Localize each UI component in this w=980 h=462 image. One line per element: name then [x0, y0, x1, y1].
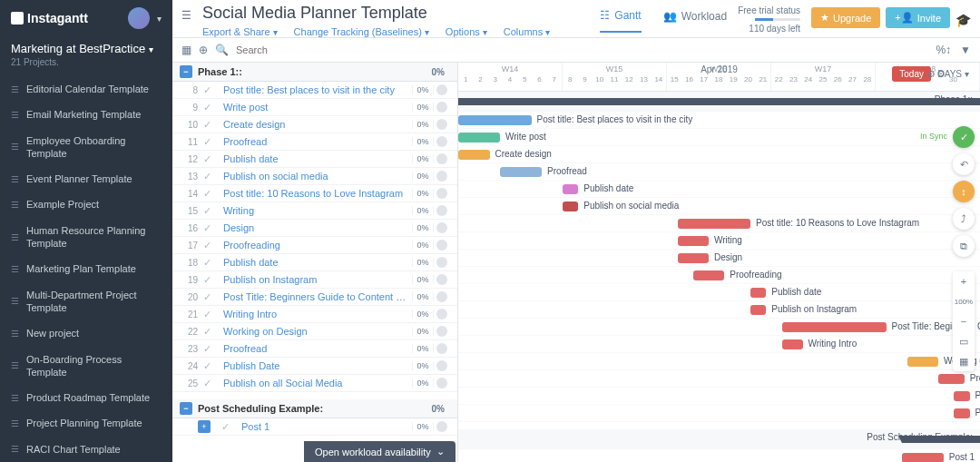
check-icon[interactable]: ✓	[203, 274, 218, 286]
task-row[interactable]: 17✓Proofreading0%	[172, 237, 457, 254]
upgrade-button[interactable]: ★ Upgrade	[811, 7, 880, 28]
gantt-bar[interactable]: Writing Intro	[782, 339, 803, 349]
assignee-icon[interactable]	[434, 84, 450, 96]
gantt-bar[interactable]: Working on Design	[907, 357, 939, 367]
assignee-icon[interactable]	[434, 239, 450, 251]
workload-toggle[interactable]: Open workload availability ⌄	[304, 441, 456, 462]
check-icon[interactable]: ✓	[203, 205, 218, 217]
menubar-item[interactable]: Change Tracking (Baselines) ▾	[294, 26, 429, 37]
task-name[interactable]: Proofreading	[223, 240, 412, 251]
gantt-bar[interactable]: Writing	[678, 236, 710, 246]
sidebar-item-project[interactable]: ☰Example Project	[0, 192, 172, 217]
task-name[interactable]: Writing	[223, 205, 412, 216]
gantt-bar[interactable]: Create design	[458, 150, 490, 160]
sidebar-item-project[interactable]: ☰Email Marketing Template	[0, 102, 172, 127]
collapse-icon[interactable]: −	[180, 65, 192, 78]
add-icon[interactable]: ▦	[181, 44, 191, 56]
assignee-icon[interactable]	[434, 221, 450, 234]
assignee-icon[interactable]	[434, 308, 450, 320]
task-name[interactable]: Post title: 10 Reasons to Love Instagram	[223, 188, 412, 199]
check-icon[interactable]: ✓	[203, 222, 218, 234]
assignee-icon[interactable]	[434, 187, 450, 200]
assignee-icon[interactable]	[434, 377, 450, 389]
task-row[interactable]: 19✓Publish on Instagram0%	[172, 271, 457, 289]
task-row[interactable]: 10✓Create design0%	[172, 116, 457, 133]
sort-pct-icon[interactable]: %↕	[936, 44, 951, 56]
check-icon[interactable]: ✓	[203, 102, 218, 113]
task-name[interactable]: Publish on Instagram	[223, 274, 412, 285]
check-icon[interactable]: ✓	[221, 421, 236, 433]
gantt-bar[interactable]: Publish on Instagram	[750, 305, 766, 315]
check-icon[interactable]: ✓	[203, 257, 218, 269]
sidebar-item-project[interactable]: ☰Project Planning Template	[0, 410, 172, 436]
zoom-in-button[interactable]: +	[953, 271, 975, 291]
sidebar-item-project[interactable]: ☰Multi-Department Project Template	[0, 282, 172, 321]
sidebar-item-project[interactable]: ☰Product Roadmap Template	[0, 385, 172, 410]
assignee-icon[interactable]	[434, 325, 450, 338]
sidebar-item-project[interactable]: ☰Human Resource Planning Template	[0, 218, 172, 257]
task-row[interactable]: 25✓Publish on all Social Media0%	[172, 375, 457, 392]
check-icon[interactable]: ✓	[203, 378, 218, 389]
assignee-icon[interactable]	[434, 290, 450, 303]
task-row[interactable]: 12✓Publish date0%	[172, 151, 457, 168]
task-name[interactable]: Post title: Best places to visit in the …	[223, 84, 412, 95]
assignee-icon[interactable]	[434, 359, 450, 372]
task-row[interactable]: 18✓Publish date0%	[172, 254, 457, 271]
avatar[interactable]	[128, 7, 150, 29]
assignee-icon[interactable]	[434, 118, 450, 131]
check-icon[interactable]: ✓	[203, 119, 218, 131]
search-icon[interactable]: 🔍	[215, 44, 229, 56]
sidebar-item-project[interactable]: ☰RACI Chart Template	[0, 437, 172, 462]
calendar-button[interactable]: ▦	[953, 351, 975, 371]
sidebar-item-project[interactable]: ☰Event Planner Template	[0, 166, 172, 192]
task-name[interactable]: Proofread	[223, 136, 412, 147]
days-dropdown[interactable]: ⚙ DAYS ▾	[922, 66, 975, 82]
gantt-bar[interactable]: Publish date	[750, 288, 766, 298]
sidebar-item-project[interactable]: ☰Marketing Plan Template	[0, 256, 172, 281]
gantt-bar[interactable]: Post title: 10 Reasons to Love Instagram	[678, 219, 751, 229]
task-row[interactable]: 9✓Write post0%	[172, 99, 457, 116]
sync-button[interactable]: ✓	[953, 126, 975, 148]
check-icon[interactable]: ✓	[203, 84, 218, 96]
gantt-bar[interactable]: Publish date	[563, 184, 578, 194]
task-name[interactable]: Working on Design	[223, 326, 412, 337]
sidebar-item-project[interactable]: ☰New project	[0, 320, 172, 346]
task-row[interactable]: 11✓Proofread0%	[172, 133, 457, 151]
sidebar-item-project[interactable]: ☰Editorial Calendar Template	[0, 76, 172, 102]
task-name[interactable]: Publish date	[223, 153, 412, 164]
gantt-bar[interactable]: Post title: Best places to visit in the …	[458, 115, 532, 125]
sort-button[interactable]: ↕	[953, 181, 975, 202]
workspace-selector[interactable]: Marketing at BestPractice ▾ 21 Projects.	[0, 36, 172, 76]
chevron-down-icon[interactable]: ▾	[157, 14, 162, 24]
check-icon[interactable]: ✓	[203, 309, 218, 320]
gantt-bar[interactable]: Design	[678, 253, 710, 263]
link-button[interactable]: ⤴	[953, 208, 975, 230]
assignee-icon[interactable]	[434, 256, 450, 269]
expand-icon[interactable]: ⊕	[199, 44, 208, 56]
task-row[interactable]: 21✓Writing Intro0%	[172, 306, 457, 323]
task-row[interactable]: 8✓Post title: Best places to visit in th…	[172, 82, 457, 99]
assignee-icon[interactable]	[434, 101, 450, 113]
task-name[interactable]: Proofread	[223, 343, 412, 354]
task-name[interactable]: Writing Intro	[223, 309, 412, 319]
check-icon[interactable]: ✓	[203, 136, 218, 148]
gantt-bar[interactable]: Proofreading	[693, 270, 725, 280]
task-name[interactable]: Publish date	[223, 257, 412, 268]
task-name[interactable]: Publish Date	[223, 360, 412, 371]
gantt-bar[interactable]: Proofread	[938, 374, 965, 384]
zoom-out-button[interactable]: −	[953, 311, 975, 331]
sidebar-item-project[interactable]: ☰On-Boarding Process Template	[0, 347, 172, 386]
assignee-icon[interactable]	[434, 342, 450, 355]
task-name[interactable]: Write post	[223, 102, 412, 113]
tab-workload[interactable]: 👥 Workload	[663, 10, 727, 32]
gantt-bar[interactable]: Post Title: Beginners Guide to Content M…	[782, 322, 887, 332]
invite-button[interactable]: +👤 Invite	[886, 7, 950, 28]
task-name[interactable]: Design	[223, 222, 412, 233]
menubar-item[interactable]: Export & Share ▾	[202, 26, 278, 37]
task-name[interactable]: Post Title: Beginners Guide to Content M…	[223, 291, 412, 302]
check-icon[interactable]: ✓	[203, 326, 218, 338]
gantt-bar[interactable]: Write post	[458, 133, 500, 143]
add-icon[interactable]: +	[198, 420, 211, 433]
assignee-icon[interactable]	[434, 170, 450, 182]
assignee-icon[interactable]	[434, 273, 450, 286]
